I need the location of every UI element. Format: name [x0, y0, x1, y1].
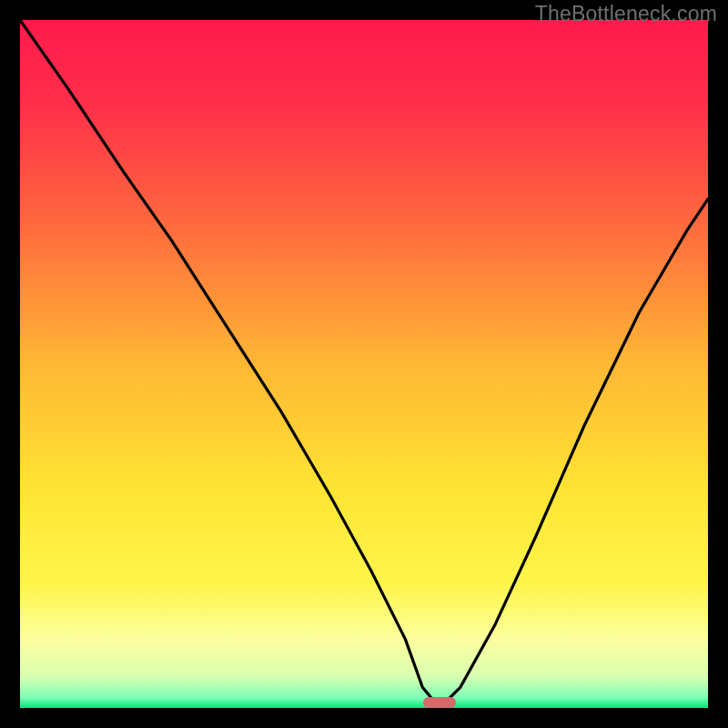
- plot-frame: [20, 20, 708, 708]
- plot-area: [20, 20, 708, 708]
- optimal-marker: [423, 697, 456, 708]
- watermark-text: TheBottleneck.com: [535, 2, 717, 26]
- bottleneck-curve: [20, 20, 708, 708]
